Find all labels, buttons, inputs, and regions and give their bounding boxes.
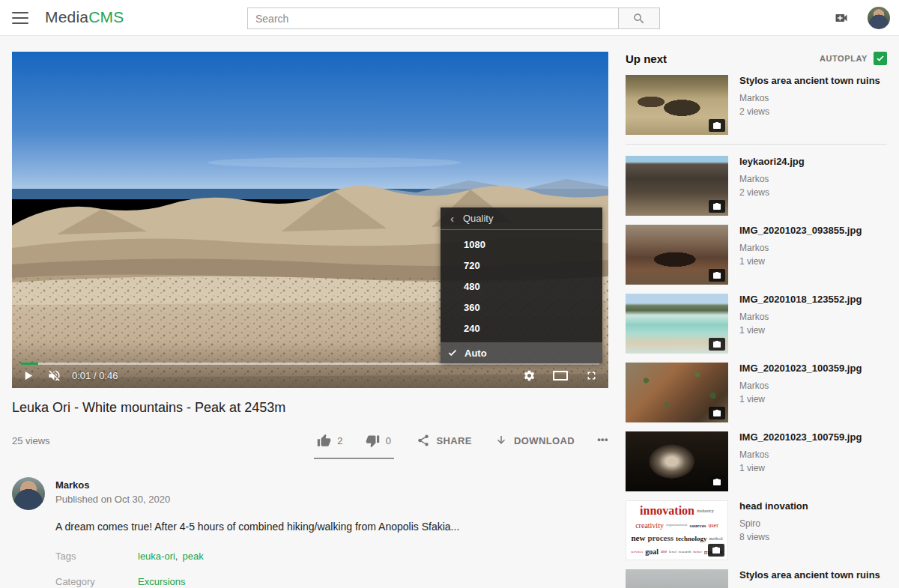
settings-button[interactable]	[523, 369, 536, 382]
check-icon	[876, 54, 885, 63]
autoplay-checkbox[interactable]	[874, 52, 887, 65]
up-next-item[interactable]: leykaori24.jpg Markos 2 views	[626, 156, 887, 216]
tags-values: leuka-ori,peak	[138, 551, 608, 562]
play-icon	[22, 370, 34, 381]
quality-option-360[interactable]: 360	[441, 297, 602, 318]
camera-icon	[712, 409, 721, 418]
up-next-item[interactable]: IMG_20201018_123552.jpg Markos 1 view	[626, 294, 887, 354]
item-title[interactable]: IMG_20201023_100759.jpg	[739, 431, 862, 444]
tags-label: Tags	[55, 551, 138, 562]
media-thumbnail[interactable]: innovationindustrycreativityorganization…	[626, 500, 728, 560]
view-count: 25 views	[12, 429, 50, 446]
time-display: 0:01 / 0:46	[72, 370, 118, 381]
item-author: Spiro	[739, 518, 808, 529]
up-next-item[interactable]: Stylos area ancient town ruins Markos 2 …	[626, 569, 887, 588]
gear-icon	[523, 369, 536, 382]
fullscreen-button[interactable]	[585, 369, 598, 382]
item-title[interactable]: Stylos area ancient town ruins	[739, 569, 880, 582]
dislike-count: 0	[386, 435, 392, 446]
item-title[interactable]: IMG_20201018_123552.jpg	[739, 294, 862, 306]
sidebar-divider	[626, 144, 887, 145]
share-label: SHARE	[436, 435, 472, 446]
author-avatar[interactable]	[12, 477, 45, 510]
download-icon	[494, 434, 508, 447]
published-date: Published on Oct 30, 2020	[55, 494, 170, 505]
category-link[interactable]: Excursions	[138, 576, 186, 587]
tag-link[interactable]: peak	[182, 551, 203, 562]
tag-link[interactable]: leuka-ori	[138, 551, 175, 562]
menu-icon[interactable]	[12, 10, 28, 25]
play-button[interactable]	[22, 370, 34, 381]
quality-menu-title: Quality	[463, 213, 493, 224]
camera-badge	[709, 338, 725, 351]
up-next-sidebar: Up next AUTOPLAY Stylos area ancient tow…	[626, 52, 887, 588]
media-thumbnail[interactable]	[626, 569, 728, 588]
quality-menu: ‹ Quality 1080720480360240 Auto	[441, 207, 602, 363]
item-views: 1 view	[739, 256, 862, 267]
up-next-item[interactable]: IMG_20201023_100359.jpg Markos 1 view	[626, 363, 887, 422]
quality-option-auto[interactable]: Auto	[441, 342, 602, 363]
media-thumbnail[interactable]	[626, 225, 728, 285]
quality-option-240[interactable]: 240	[441, 318, 602, 339]
quality-option-1080[interactable]: 1080	[441, 234, 602, 255]
mute-button[interactable]	[47, 369, 61, 383]
theater-mode-button[interactable]	[553, 371, 568, 381]
app-logo[interactable]: MediaCMS	[45, 8, 124, 26]
up-next-item[interactable]: Stylos area ancient town ruins Markos 2 …	[626, 75, 887, 135]
download-button[interactable]: DOWNLOAD	[494, 429, 575, 447]
item-title[interactable]: leykaori24.jpg	[739, 156, 805, 169]
item-views: 1 view	[739, 325, 862, 336]
chevron-left-icon: ‹	[450, 212, 454, 225]
item-views: 2 views	[739, 187, 805, 198]
thumb-down-icon	[366, 434, 380, 448]
item-author: Markos	[739, 449, 862, 460]
item-author: Markos	[739, 243, 862, 253]
item-title[interactable]: IMG_20201023_093855.jpg	[739, 225, 862, 237]
quality-option-480[interactable]: 480	[441, 276, 602, 297]
media-thumbnail[interactable]	[626, 156, 728, 216]
item-views: 8 views	[739, 532, 808, 542]
search-button[interactable]	[618, 7, 660, 29]
author-name[interactable]: Markos	[55, 479, 170, 491]
up-next-item[interactable]: innovationindustrycreativityorganization…	[626, 500, 887, 560]
up-next-list: Stylos area ancient town ruins Markos 2 …	[626, 75, 887, 588]
camera-icon	[712, 478, 721, 487]
item-title[interactable]: head inovation	[739, 500, 808, 513]
player-controls: 0:01 / 0:46	[12, 363, 608, 388]
share-button[interactable]: SHARE	[417, 429, 472, 447]
media-thumbnail[interactable]	[626, 363, 728, 422]
up-next-item[interactable]: IMG_20201023_100759.jpg Markos 1 view	[626, 431, 887, 491]
item-title[interactable]: Stylos area ancient town ruins	[739, 75, 880, 88]
search-input[interactable]	[247, 7, 618, 29]
media-thumbnail[interactable]	[626, 431, 728, 491]
quality-option-720[interactable]: 720	[441, 255, 602, 276]
theater-mode-icon	[553, 371, 568, 381]
quality-menu-back[interactable]: ‹ Quality	[441, 207, 602, 230]
camera-badge	[708, 544, 724, 557]
camera-icon	[712, 271, 721, 280]
camera-badge	[709, 269, 725, 282]
check-icon	[447, 348, 458, 358]
more-options-button[interactable]: •••	[597, 429, 608, 445]
rating-group: 2 0	[314, 429, 394, 459]
fullscreen-icon	[585, 369, 598, 382]
media-thumbnail[interactable]	[626, 75, 728, 135]
search-icon	[632, 12, 646, 25]
page-content: 0:01 / 0:46 ‹ Quality	[0, 36, 899, 588]
logo-media-text: Media	[45, 8, 88, 25]
author-section: Markos Published on Oct 30, 2020	[12, 477, 608, 510]
action-buttons: 2 0 SHARE DOWNLOAD •••	[314, 429, 608, 459]
item-title[interactable]: IMG_20201023_100359.jpg	[739, 363, 862, 375]
dislike-button[interactable]: 0	[366, 429, 392, 448]
up-next-item[interactable]: IMG_20201023_093855.jpg Markos 1 view	[626, 225, 887, 285]
upload-media-icon[interactable]	[833, 10, 850, 25]
camera-icon	[712, 202, 721, 211]
like-button[interactable]: 2	[317, 429, 343, 448]
like-count: 2	[337, 435, 343, 446]
media-thumbnail[interactable]	[626, 294, 728, 354]
video-description: A dream comes true! After 4-5 hours of c…	[55, 521, 608, 533]
video-meta-row: 25 views 2 0 SHARE	[12, 429, 608, 462]
user-avatar[interactable]	[868, 7, 890, 29]
quality-options-list: 1080720480360240	[441, 234, 602, 339]
video-player[interactable]: 0:01 / 0:46 ‹ Quality	[12, 52, 608, 388]
